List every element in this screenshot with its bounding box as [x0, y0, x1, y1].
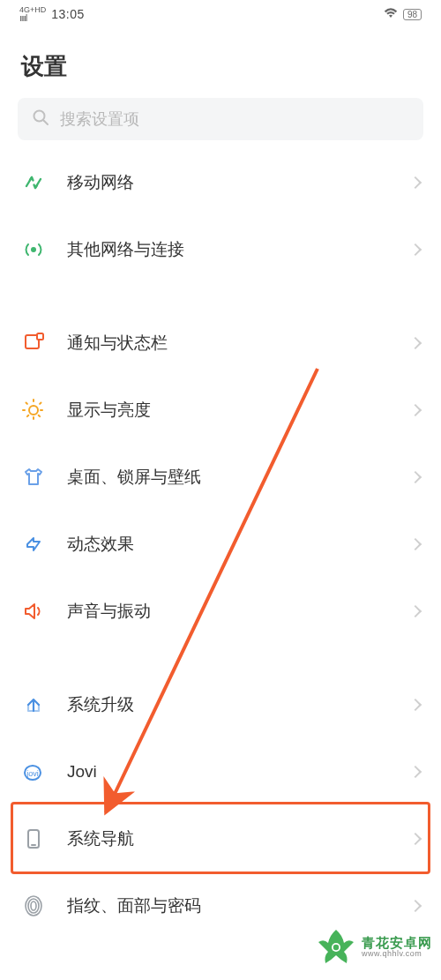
chevron-right-icon	[409, 243, 422, 256]
row-label: 系统升级	[67, 693, 390, 716]
mobile-network-icon	[21, 170, 46, 195]
settings-row-jovi[interactable]: joviJovi	[0, 738, 441, 805]
phone-icon	[21, 827, 46, 851]
search-input[interactable]: 搜索设置项	[18, 98, 423, 140]
svg-line-11	[39, 415, 41, 418]
settings-list: 移动网络其他网络与连接通知与状态栏显示与亮度桌面、锁屏与壁纸动态效果声音与振动系…	[0, 149, 441, 939]
svg-line-1	[44, 121, 49, 125]
row-label: 其他网络与连接	[67, 238, 390, 261]
svg-line-10	[26, 403, 29, 406]
chevron-right-icon	[409, 833, 422, 845]
status-bar: 4G+HD ııııl 13:05 98	[0, 0, 441, 28]
svg-point-20	[31, 901, 36, 910]
upgrade-icon	[21, 692, 46, 717]
svg-point-2	[31, 247, 36, 252]
settings-row-notification-status[interactable]: 通知与状态栏	[0, 310, 441, 377]
row-label: Jovi	[67, 762, 390, 782]
svg-rect-4	[37, 333, 43, 340]
watermark-url: www.qhhlv.com	[362, 950, 432, 959]
shirt-icon	[21, 465, 46, 490]
watermark-logo-icon	[316, 927, 356, 968]
search-placeholder: 搜索设置项	[60, 108, 139, 130]
row-label: 桌面、锁屏与壁纸	[67, 466, 390, 489]
jovi-icon: jovi	[21, 759, 46, 784]
fingerprint-icon	[21, 894, 46, 918]
settings-row-system-update[interactable]: 系统升级	[0, 671, 441, 738]
settings-row-other-connections[interactable]: 其他网络与连接	[0, 216, 441, 283]
chevron-right-icon	[409, 337, 422, 349]
svg-point-23	[333, 945, 339, 950]
broadcast-icon	[21, 237, 46, 262]
search-icon	[32, 108, 49, 130]
watermark-title: 青花安卓网	[362, 936, 432, 951]
sound-icon	[21, 599, 46, 624]
chevron-right-icon	[409, 471, 422, 483]
row-label: 系统导航	[67, 827, 390, 850]
chevron-right-icon	[409, 766, 422, 778]
settings-row-display-brightness[interactable]: 显示与亮度	[0, 377, 441, 444]
svg-point-0	[34, 111, 45, 122]
settings-row-wallpaper[interactable]: 桌面、锁屏与壁纸	[0, 444, 441, 511]
row-label: 指纹、面部与密码	[67, 894, 390, 917]
svg-text:jovi: jovi	[26, 769, 39, 778]
settings-row-mobile-network[interactable]: 移动网络	[0, 149, 441, 216]
svg-line-13	[26, 415, 29, 418]
page-title: 设置	[0, 28, 441, 98]
row-label: 移动网络	[67, 171, 390, 194]
network-type: 4G+HD ııııl	[19, 5, 46, 23]
chevron-right-icon	[409, 900, 422, 912]
chevron-right-icon	[409, 538, 422, 550]
settings-row-effects[interactable]: 动态效果	[0, 511, 441, 578]
row-label: 显示与亮度	[67, 399, 390, 422]
wifi-icon	[384, 8, 398, 21]
svg-point-5	[29, 406, 38, 415]
settings-row-system-nav[interactable]: 系统导航	[0, 805, 441, 872]
row-label: 声音与振动	[67, 600, 390, 623]
battery-indicator: 98	[403, 9, 422, 20]
svg-line-12	[39, 403, 41, 406]
row-label: 通知与状态栏	[67, 332, 390, 355]
clock: 13:05	[51, 7, 85, 21]
chevron-right-icon	[409, 699, 422, 711]
chevron-right-icon	[409, 404, 422, 416]
row-label: 动态效果	[67, 533, 390, 556]
chevron-right-icon	[409, 176, 422, 189]
chevron-right-icon	[409, 605, 422, 617]
watermark: 青花安卓网 www.qhhlv.com	[316, 927, 432, 968]
sun-icon	[21, 398, 46, 423]
effects-icon	[21, 532, 46, 557]
settings-row-sound[interactable]: 声音与振动	[0, 578, 441, 645]
status-left: 4G+HD ııııl 13:05	[19, 5, 85, 23]
notification-icon	[21, 331, 46, 355]
status-right: 98	[384, 8, 422, 21]
